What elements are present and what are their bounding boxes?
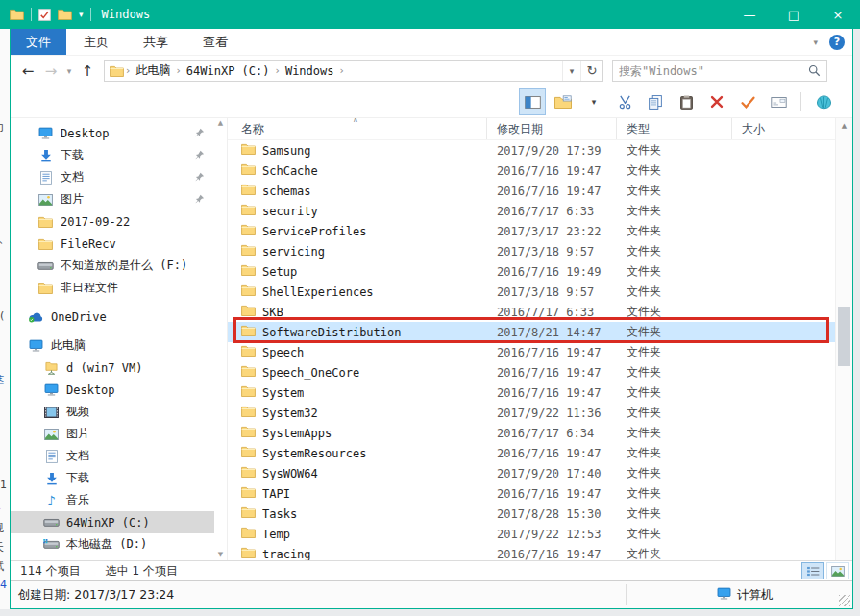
- navigation-pane-toggle-icon[interactable]: [519, 88, 546, 115]
- file-row[interactable]: System2016/7/16 19:47文件夹: [228, 382, 836, 403]
- copy-icon[interactable]: [642, 88, 669, 115]
- back-button[interactable]: ←: [16, 60, 39, 83]
- search-input[interactable]: [613, 64, 808, 78]
- breadcrumb-separator-icon[interactable]: ›: [338, 64, 346, 77]
- file-row[interactable]: schemas2016/7/16 19:47文件夹: [228, 181, 836, 201]
- minimize-button[interactable]: —: [727, 0, 772, 29]
- up-button[interactable]: ↑: [76, 60, 99, 83]
- file-row[interactable]: Temp2017/9/22 12:53文件夹: [228, 524, 836, 544]
- sidebar-item[interactable]: 不知道放的是什么 (F:): [11, 255, 214, 277]
- breadcrumb-segment[interactable]: 此电脑: [132, 62, 174, 79]
- sidebar-item[interactable]: 下载: [11, 467, 214, 489]
- ribbon-collapse-icon[interactable]: ▾: [813, 37, 818, 47]
- breadcrumb-segment[interactable]: Windows: [282, 64, 338, 78]
- help-icon[interactable]: ?: [829, 35, 845, 50]
- file-row[interactable]: security2016/7/17 6:33文件夹: [228, 201, 836, 221]
- sidebar-item[interactable]: 本地磁盘 (D:): [11, 533, 214, 555]
- search-icon[interactable]: [808, 64, 826, 77]
- refresh-icon[interactable]: ↻: [580, 61, 602, 81]
- file-row[interactable]: Speech2016/7/16 19:47文件夹: [228, 342, 836, 362]
- properties-icon[interactable]: [38, 9, 51, 21]
- sidebar-scroll-up-icon[interactable]: ▲: [218, 120, 223, 127]
- mail-icon[interactable]: [765, 88, 792, 115]
- breadcrumb-separator-icon[interactable]: ›: [174, 64, 182, 77]
- paste-icon[interactable]: [673, 88, 700, 115]
- file-row[interactable]: Setup2016/7/16 19:49文件夹: [228, 261, 836, 282]
- shell-extension-icon[interactable]: [810, 88, 837, 115]
- sidebar-item[interactable]: 图片: [11, 188, 214, 210]
- file-name: Samsung: [262, 144, 311, 158]
- tab-share[interactable]: 共享: [126, 29, 185, 55]
- sidebar-item[interactable]: d (win7 VM): [11, 357, 214, 379]
- file-row[interactable]: SysWOW642017/9/20 17:40文件夹: [228, 463, 836, 483]
- delete-icon[interactable]: [703, 88, 730, 115]
- address-bar: ← → ▾ ↑ ›此电脑›64WinXP (C:)›Windows› ▾ ↻: [11, 56, 852, 86]
- sidebar-item[interactable]: 文档: [11, 166, 214, 188]
- address-dropdown-icon[interactable]: ▾: [562, 61, 580, 81]
- breadcrumb-separator-icon[interactable]: ›: [274, 64, 282, 77]
- sidebar-item[interactable]: Desktop: [11, 122, 214, 144]
- sidebar-scroll-down-icon[interactable]: ▼: [218, 552, 223, 558]
- sidebar-item[interactable]: 视频: [11, 401, 214, 423]
- sidebar-item[interactable]: ♪音乐: [11, 489, 214, 511]
- sidebar-item-label: 64WinXP (C:): [66, 516, 150, 530]
- column-header-size[interactable]: 大小: [732, 118, 836, 139]
- address-box[interactable]: ›此电脑›64WinXP (C:)›Windows› ▾ ↻: [104, 60, 603, 82]
- file-row[interactable]: Tasks2017/8/28 15:30文件夹: [228, 504, 836, 524]
- file-row[interactable]: SystemApps2016/7/17 6:34文件夹: [228, 423, 836, 443]
- sidebar-item-label: 下载: [66, 470, 89, 486]
- tab-home[interactable]: 主页: [66, 29, 126, 55]
- sidebar-item[interactable]: 64WinXP (C:): [11, 511, 214, 533]
- window-controls: — □ ×: [727, 0, 860, 29]
- breadcrumb: ›此电脑›64WinXP (C:)›Windows›: [124, 62, 346, 79]
- sidebar-item[interactable]: 文档: [11, 445, 214, 467]
- recent-locations-icon[interactable]: ▾: [62, 60, 76, 83]
- sidebar-item[interactable]: 图片: [11, 423, 214, 445]
- sidebar-item[interactable]: OneDrive: [11, 306, 214, 328]
- file-row[interactable]: ServiceProfiles2017/3/17 23:22文件夹: [228, 221, 836, 241]
- new-folder-icon[interactable]: [550, 88, 577, 115]
- file-row[interactable]: ShellExperiences2017/3/18 9:57文件夹: [228, 282, 836, 302]
- forward-button[interactable]: →: [39, 60, 62, 83]
- list-scrollbar-thumb[interactable]: [838, 307, 850, 366]
- dropdown-caret-icon[interactable]: ▾: [580, 88, 607, 115]
- maximize-button[interactable]: □: [772, 0, 816, 29]
- file-row[interactable]: SchCache2016/7/16 19:47文件夹: [228, 160, 836, 181]
- location-label: 计算机: [717, 581, 774, 608]
- column-header-type[interactable]: 类型: [617, 118, 732, 139]
- picture-icon: [43, 429, 60, 440]
- cut-icon[interactable]: [611, 88, 638, 115]
- sidebar-scrollbar[interactable]: ▲ ▼: [214, 118, 228, 560]
- file-row[interactable]: SystemResources2016/7/16 19:47文件夹: [228, 443, 836, 463]
- sidebar-item[interactable]: 此电脑: [11, 334, 214, 357]
- sidebar-item[interactable]: 下载: [11, 144, 214, 166]
- details-view-button[interactable]: [801, 562, 824, 579]
- file-type: 文件夹: [617, 283, 732, 300]
- pin-icon: [195, 193, 205, 207]
- quickaccess-dropdown-icon[interactable]: ▾: [79, 11, 84, 19]
- resize-grip[interactable]: [839, 595, 850, 606]
- tab-file[interactable]: 文件: [11, 29, 66, 55]
- sidebar-item[interactable]: 非日程文件: [11, 277, 214, 299]
- file-row[interactable]: System322017/9/22 11:36文件夹: [228, 403, 836, 423]
- tab-view[interactable]: 查看: [185, 29, 245, 55]
- breadcrumb-segment[interactable]: 64WinXP (C:): [183, 64, 274, 78]
- sidebar-item[interactable]: 2017-09-22: [11, 210, 214, 233]
- new-folder-quick-icon[interactable]: [58, 9, 72, 20]
- file-row[interactable]: tracing2016/7/16 19:47文件夹: [228, 544, 836, 560]
- file-row[interactable]: servicing2017/3/18 9:57文件夹: [228, 241, 836, 261]
- list-scroll-up-icon[interactable]: ▲: [836, 118, 852, 133]
- large-icons-view-button[interactable]: [826, 562, 849, 579]
- sidebar-item[interactable]: FileRecv: [11, 233, 214, 255]
- sidebar-item[interactable]: Desktop: [11, 379, 214, 401]
- column-header-date[interactable]: 修改日期: [487, 118, 617, 139]
- list-scrollbar[interactable]: ▲: [835, 118, 852, 560]
- annotation-highlight-box: [233, 317, 829, 343]
- file-row[interactable]: Speech_OneCore2016/7/16 19:47文件夹: [228, 362, 836, 382]
- file-row[interactable]: TAPI2016/7/16 19:47文件夹: [228, 483, 836, 504]
- file-row[interactable]: Samsung2017/9/20 17:39文件夹: [228, 140, 836, 160]
- breadcrumb-separator-icon[interactable]: ›: [124, 64, 132, 77]
- confirm-icon[interactable]: [734, 88, 761, 115]
- close-button[interactable]: ×: [816, 0, 860, 29]
- sidebar-item-label: Desktop: [61, 127, 110, 140]
